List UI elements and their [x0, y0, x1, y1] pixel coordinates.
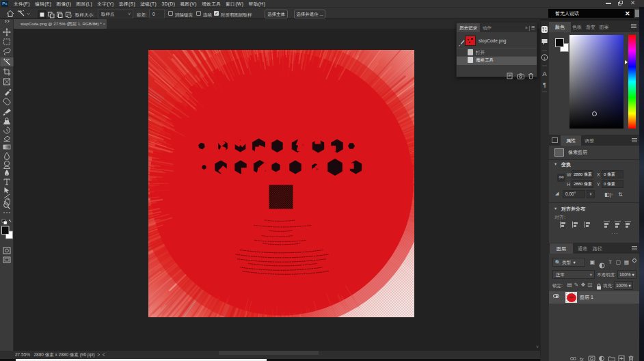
svg-text:A: A — [542, 70, 546, 77]
svg-text:¶: ¶ — [543, 81, 546, 88]
svg-text:fx: fx — [580, 357, 584, 361]
svg-text:i: i — [544, 55, 546, 60]
